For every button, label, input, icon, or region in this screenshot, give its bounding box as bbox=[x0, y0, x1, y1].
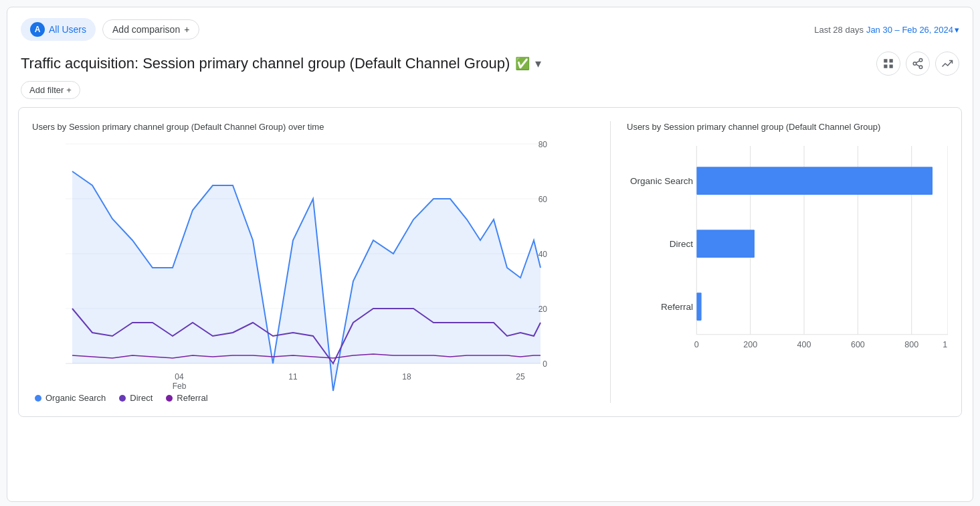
svg-line-7 bbox=[916, 64, 919, 66]
all-users-avatar: A bbox=[30, 22, 45, 37]
line-chart-container: 80 60 40 20 0 04 Feb 11 18 25 bbox=[32, 144, 594, 385]
svg-text:800: 800 bbox=[904, 340, 918, 349]
svg-text:400: 400 bbox=[797, 340, 811, 349]
svg-rect-0 bbox=[884, 59, 887, 62]
bar-organic bbox=[696, 167, 933, 195]
svg-text:04: 04 bbox=[175, 372, 184, 382]
add-filter-label: Add filter bbox=[29, 85, 64, 95]
chart-view-button[interactable] bbox=[876, 52, 900, 76]
title-row: Traffic acquisition: Session primary cha… bbox=[7, 46, 973, 78]
chart-divider bbox=[610, 121, 611, 403]
all-users-label: All Users bbox=[49, 24, 86, 35]
title-icons bbox=[876, 52, 959, 76]
main-page: A All Users Add comparison + Last 28 day… bbox=[7, 7, 973, 502]
bar-chart-svg: Organic Search Direct Referral 0 200 400… bbox=[627, 144, 948, 371]
date-range-value: Jan 30 – Feb 26, 2024 bbox=[866, 25, 953, 35]
title-left: Traffic acquisition: Session primary cha… bbox=[21, 55, 541, 72]
bar-referral bbox=[696, 292, 701, 321]
bar-chart-area: Users by Session primary channel group (… bbox=[627, 121, 948, 403]
dropdown-arrow-icon: ▾ bbox=[955, 25, 959, 35]
svg-line-8 bbox=[916, 61, 919, 63]
line-chart-svg: 80 60 40 20 0 04 Feb 11 18 25 bbox=[32, 144, 594, 365]
svg-rect-1 bbox=[890, 59, 893, 62]
legend-dot-organic bbox=[35, 395, 41, 402]
svg-text:60: 60 bbox=[538, 195, 548, 204]
plus-icon: + bbox=[184, 24, 189, 35]
svg-text:18: 18 bbox=[402, 372, 411, 382]
svg-text:Referral: Referral bbox=[661, 302, 693, 312]
organic-search-fill bbox=[72, 171, 541, 391]
legend-label-referral: Referral bbox=[177, 393, 207, 403]
charts-section: Users by Session primary channel group (… bbox=[18, 107, 962, 417]
legend-dot-referral bbox=[166, 395, 173, 402]
share-icon bbox=[912, 58, 924, 70]
svg-text:Organic Search: Organic Search bbox=[630, 177, 693, 187]
svg-text:0: 0 bbox=[543, 359, 547, 369]
svg-text:600: 600 bbox=[851, 340, 865, 349]
legend-organic-search: Organic Search bbox=[35, 393, 106, 403]
chart-icon bbox=[882, 58, 894, 70]
svg-point-5 bbox=[913, 62, 916, 66]
header-left: A All Users Add comparison + bbox=[21, 18, 199, 41]
all-users-chip[interactable]: A All Users bbox=[21, 18, 96, 41]
filter-row: Add filter + bbox=[7, 78, 973, 107]
svg-rect-3 bbox=[890, 65, 893, 68]
svg-point-4 bbox=[919, 59, 922, 62]
more-options-button[interactable] bbox=[935, 52, 959, 76]
title-dropdown-icon[interactable]: ▾ bbox=[535, 56, 541, 71]
page-title: Traffic acquisition: Session primary cha… bbox=[21, 55, 510, 72]
svg-text:Feb: Feb bbox=[173, 382, 187, 391]
line-chart-legend: Organic Search Direct Referral bbox=[32, 393, 594, 403]
legend-direct: Direct bbox=[119, 393, 153, 403]
svg-text:40: 40 bbox=[538, 250, 548, 259]
line-chart-area: Users by Session primary channel group (… bbox=[32, 121, 594, 403]
svg-point-6 bbox=[919, 66, 922, 69]
date-range-label: Last 28 days bbox=[814, 25, 864, 35]
svg-text:Direct: Direct bbox=[670, 240, 694, 250]
legend-referral: Referral bbox=[166, 393, 207, 403]
bar-chart-title: Users by Session primary channel group (… bbox=[627, 121, 948, 133]
svg-text:1K: 1K bbox=[943, 340, 948, 349]
svg-text:11: 11 bbox=[288, 372, 298, 382]
header-right: Last 28 days Jan 30 – Feb 26, 2024 ▾ bbox=[814, 25, 959, 35]
legend-label-direct: Direct bbox=[130, 393, 153, 403]
legend-dot-direct bbox=[119, 395, 126, 402]
add-comparison-label: Add comparison bbox=[112, 24, 180, 35]
svg-text:25: 25 bbox=[516, 372, 525, 382]
line-chart-title: Users by Session primary channel group (… bbox=[32, 121, 594, 133]
filter-plus-icon: + bbox=[66, 85, 72, 95]
date-range-dropdown[interactable]: Jan 30 – Feb 26, 2024 ▾ bbox=[866, 25, 959, 35]
svg-text:200: 200 bbox=[743, 340, 757, 349]
header: A All Users Add comparison + Last 28 day… bbox=[7, 7, 973, 46]
share-button[interactable] bbox=[906, 52, 930, 76]
sparkline-icon bbox=[941, 58, 953, 70]
svg-text:80: 80 bbox=[538, 140, 548, 149]
bar-direct bbox=[696, 230, 755, 258]
add-comparison-button[interactable]: Add comparison + bbox=[102, 19, 199, 39]
legend-label-organic: Organic Search bbox=[45, 393, 106, 403]
add-filter-button[interactable]: Add filter + bbox=[21, 81, 80, 99]
check-icon: ✅ bbox=[515, 56, 530, 71]
svg-rect-2 bbox=[884, 65, 887, 68]
svg-text:0: 0 bbox=[694, 340, 699, 349]
